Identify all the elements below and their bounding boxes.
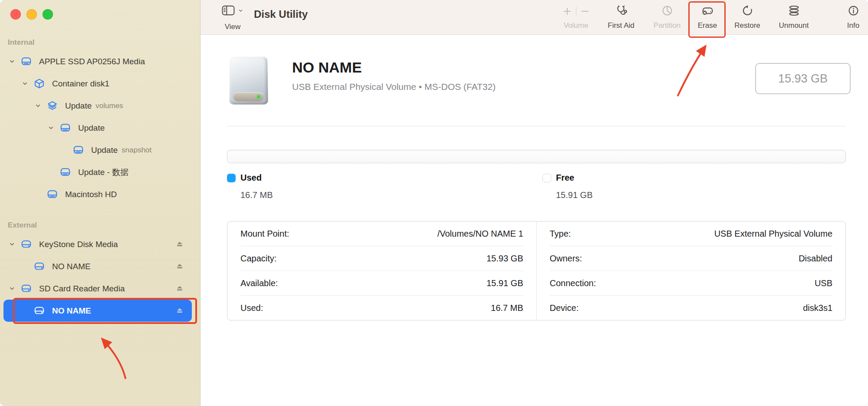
sidebar-item-label: NO NAME xyxy=(52,306,91,316)
info-button-label: Info xyxy=(847,21,859,30)
chevron-down-icon[interactable] xyxy=(33,102,43,109)
sidebar-item-macintosh-hd[interactable]: Macintosh HD xyxy=(3,183,192,205)
chevron-down-icon[interactable] xyxy=(7,241,16,248)
eject-icon[interactable] xyxy=(175,307,184,315)
restore-button-label: Restore xyxy=(734,21,760,30)
chevron-down-icon[interactable] xyxy=(20,80,30,87)
sidebar-item-label: Update - 数据 xyxy=(78,167,128,178)
divider xyxy=(576,7,576,16)
partition-button[interactable]: Partition xyxy=(646,2,688,33)
external-disk-icon xyxy=(34,261,45,272)
internal-disk-icon xyxy=(21,56,32,67)
detail-row-mount-point: Mount Point: /Volumes/NO NAME 1 xyxy=(227,221,536,246)
minimize-button[interactable] xyxy=(26,9,37,20)
detail-row-type: Type: USB External Physical Volume xyxy=(537,221,846,246)
volume-stack-icon xyxy=(47,100,58,111)
eject-icon[interactable] xyxy=(175,240,184,249)
restore-button[interactable]: Restore xyxy=(727,2,767,33)
legend-free: Free 15.91 GB xyxy=(542,173,593,200)
window-title: Disk Utility xyxy=(254,8,308,20)
internal-disk-icon xyxy=(60,167,71,178)
partition-button-label: Partition xyxy=(654,21,681,30)
sidebar-item-suffix: volumes xyxy=(95,102,123,110)
erase-button-label: Erase xyxy=(698,21,717,30)
add-volume-icon xyxy=(562,7,572,16)
detail-row-owners: Owners: Disabled xyxy=(537,246,846,271)
zoom-button[interactable] xyxy=(43,9,53,20)
sidebar-item-keystone-disk[interactable]: KeyStone Disk Media xyxy=(3,233,192,255)
sidebar-item-update-data[interactable]: Update - 数据 xyxy=(3,161,192,183)
detail-row-available: Available: 15.91 GB xyxy=(227,271,536,295)
sidebar-item-label: SD Card Reader Media xyxy=(39,284,125,294)
chevron-down-icon xyxy=(238,8,243,13)
container-box-icon xyxy=(34,78,45,89)
chevron-down-icon[interactable] xyxy=(7,285,16,292)
free-label: Free xyxy=(556,173,574,183)
sidebar-item-no-name-selected[interactable]: NO NAME xyxy=(3,300,192,322)
sidebar: Internal APPLE SSD AP0256J Media Contain… xyxy=(0,0,201,406)
toolbar: View Disk Utility Volume First Aid Parti… xyxy=(201,0,868,35)
view-button[interactable]: View xyxy=(216,3,249,32)
drive-led xyxy=(257,95,260,98)
sidebar-item-label: Container disk1 xyxy=(52,79,109,89)
chevron-down-icon[interactable] xyxy=(46,125,56,131)
pie-chart-icon xyxy=(661,5,673,17)
sidebar-item-update-volumes[interactable]: Update volumes xyxy=(3,95,192,117)
disk-utility-window: Internal APPLE SSD AP0256J Media Contain… xyxy=(0,0,868,406)
detail-row-device: Device: disk3s1 xyxy=(537,296,846,320)
close-button[interactable] xyxy=(10,9,21,20)
sidebar-item-label: Update xyxy=(78,123,105,133)
erase-disk-icon xyxy=(702,5,713,17)
unmount-button[interactable]: Unmount xyxy=(772,2,816,33)
sidebar-item-apple-ssd[interactable]: APPLE SSD AP0256J Media xyxy=(3,50,192,73)
sidebar-toggle-icon xyxy=(222,5,235,16)
internal-disk-icon xyxy=(60,122,71,133)
sidebar-item-label: Macintosh HD xyxy=(65,190,117,199)
usage-bar xyxy=(227,150,846,163)
section-header-internal: Internal xyxy=(8,38,200,49)
erase-button[interactable]: Erase xyxy=(690,2,725,33)
volume-subtitle: USB External Physical Volume • MS-DOS (F… xyxy=(292,82,496,92)
detail-row-connection: Connection: USB xyxy=(537,271,846,295)
device-tree: Internal APPLE SSD AP0256J Media Contain… xyxy=(0,26,200,322)
external-drive-image xyxy=(227,56,271,104)
external-disk-icon xyxy=(21,239,32,250)
info-button[interactable]: Info xyxy=(842,2,865,33)
sidebar-item-update[interactable]: Update xyxy=(3,117,192,139)
chevron-down-icon[interactable] xyxy=(7,58,16,65)
view-button-label: View xyxy=(225,23,241,31)
sidebar-item-label: Update xyxy=(65,101,92,111)
remove-volume-icon xyxy=(580,7,590,16)
sidebar-item-sd-card-reader[interactable]: SD Card Reader Media xyxy=(3,277,192,300)
internal-disk-icon xyxy=(47,189,58,200)
volume-button-label: Volume xyxy=(564,21,589,30)
traffic-lights xyxy=(10,9,53,20)
legend-used: Used 16.7 MB xyxy=(227,173,273,200)
eject-icon[interactable] xyxy=(175,284,184,293)
used-swatch xyxy=(227,174,236,182)
section-header-external: External xyxy=(8,221,200,231)
details-right-column: Type: USB External Physical Volume Owner… xyxy=(536,221,846,320)
free-value: 15.91 GB xyxy=(556,190,593,200)
detail-row-capacity: Capacity: 15.93 GB xyxy=(227,246,536,271)
eject-icon[interactable] xyxy=(175,262,184,271)
external-disk-icon xyxy=(34,305,45,316)
sidebar-item-label: APPLE SSD AP0256J Media xyxy=(39,57,145,66)
unmount-stack-icon xyxy=(788,5,800,17)
details-card: Mount Point: /Volumes/NO NAME 1 Capacity… xyxy=(227,221,846,320)
sidebar-item-label: NO NAME xyxy=(52,262,91,271)
detail-row-used: Used: 16.7 MB xyxy=(227,296,536,320)
unmount-button-label: Unmount xyxy=(779,21,809,30)
first-aid-button-label: First Aid xyxy=(608,21,634,30)
sidebar-item-no-name-keystone[interactable]: NO NAME xyxy=(3,255,192,277)
details-left-column: Mount Point: /Volumes/NO NAME 1 Capacity… xyxy=(227,221,536,320)
sidebar-item-update-snapshot[interactable]: Update snapshot xyxy=(3,139,192,161)
header-divider xyxy=(227,126,846,126)
main-panel: NO NAME USB External Physical Volume • M… xyxy=(201,35,868,406)
stethoscope-icon xyxy=(615,5,627,17)
sidebar-item-container-disk1[interactable]: Container disk1 xyxy=(3,73,192,95)
volume-button[interactable]: Volume xyxy=(556,2,596,33)
first-aid-button[interactable]: First Aid xyxy=(600,2,642,33)
external-disk-icon xyxy=(21,283,32,294)
info-circle-icon xyxy=(848,5,859,17)
